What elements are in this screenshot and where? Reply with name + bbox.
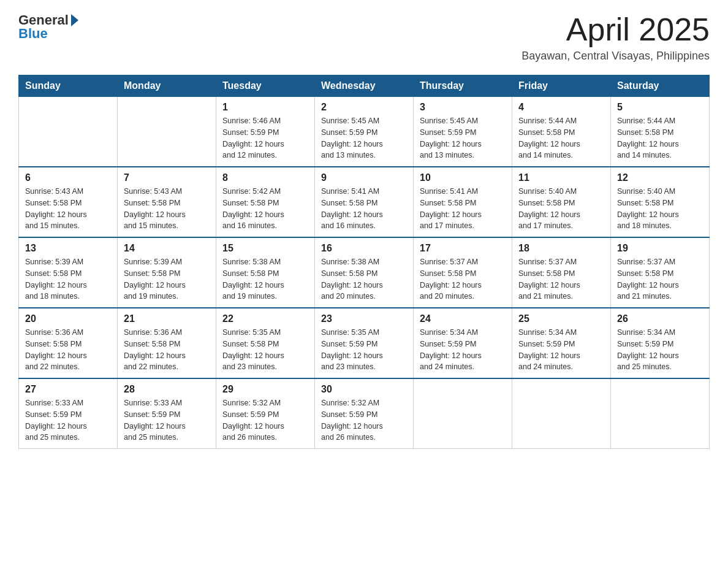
day-number: 30 (321, 384, 407, 395)
table-row: 8Sunrise: 5:42 AMSunset: 5:58 PMDaylight… (216, 167, 315, 237)
day-info: Sunrise: 5:35 AMSunset: 5:59 PMDaylight:… (321, 327, 407, 373)
table-row: 17Sunrise: 5:37 AMSunset: 5:58 PMDayligh… (414, 237, 512, 308)
table-row: 20Sunrise: 5:36 AMSunset: 5:58 PMDayligh… (19, 308, 118, 378)
day-info: Sunrise: 5:32 AMSunset: 5:59 PMDaylight:… (222, 397, 308, 443)
day-info: Sunrise: 5:33 AMSunset: 5:59 PMDaylight:… (124, 397, 210, 443)
day-number: 21 (124, 313, 210, 324)
table-row: 28Sunrise: 5:33 AMSunset: 5:59 PMDayligh… (118, 378, 216, 449)
month-title: April 2025 (521, 12, 710, 47)
day-number: 3 (420, 102, 506, 113)
day-number: 9 (321, 172, 407, 183)
day-info: Sunrise: 5:37 AMSunset: 5:58 PMDaylight:… (617, 256, 703, 302)
day-number: 15 (222, 243, 308, 254)
day-number: 29 (222, 384, 308, 395)
day-number: 20 (25, 313, 111, 324)
day-number: 28 (124, 384, 210, 395)
calendar-week-row: 1Sunrise: 5:46 AMSunset: 5:59 PMDaylight… (19, 97, 710, 167)
day-number: 22 (222, 313, 308, 324)
table-row: 6Sunrise: 5:43 AMSunset: 5:58 PMDaylight… (19, 167, 118, 237)
table-row: 10Sunrise: 5:41 AMSunset: 5:58 PMDayligh… (414, 167, 512, 237)
day-number: 13 (25, 243, 111, 254)
day-info: Sunrise: 5:34 AMSunset: 5:59 PMDaylight:… (518, 327, 604, 373)
day-number: 2 (321, 102, 407, 113)
table-row (414, 378, 512, 449)
table-row: 9Sunrise: 5:41 AMSunset: 5:58 PMDaylight… (315, 167, 414, 237)
calendar-week-row: 27Sunrise: 5:33 AMSunset: 5:59 PMDayligh… (19, 378, 710, 449)
calendar-week-row: 20Sunrise: 5:36 AMSunset: 5:58 PMDayligh… (19, 308, 710, 378)
day-info: Sunrise: 5:44 AMSunset: 5:58 PMDaylight:… (518, 115, 604, 161)
day-number: 6 (25, 172, 111, 183)
day-number: 8 (222, 172, 308, 183)
day-info: Sunrise: 5:41 AMSunset: 5:58 PMDaylight:… (420, 186, 506, 232)
day-info: Sunrise: 5:33 AMSunset: 5:59 PMDaylight:… (25, 397, 111, 443)
calendar-week-row: 13Sunrise: 5:39 AMSunset: 5:58 PMDayligh… (19, 237, 710, 308)
table-row: 4Sunrise: 5:44 AMSunset: 5:58 PMDaylight… (512, 97, 611, 167)
table-row: 26Sunrise: 5:34 AMSunset: 5:59 PMDayligh… (611, 308, 710, 378)
day-info: Sunrise: 5:35 AMSunset: 5:58 PMDaylight:… (222, 327, 308, 373)
day-number: 12 (617, 172, 703, 183)
day-number: 7 (124, 172, 210, 183)
day-info: Sunrise: 5:45 AMSunset: 5:59 PMDaylight:… (321, 115, 407, 161)
table-row (118, 97, 216, 167)
day-number: 10 (420, 172, 506, 183)
table-row: 5Sunrise: 5:44 AMSunset: 5:58 PMDaylight… (611, 97, 710, 167)
table-row: 11Sunrise: 5:40 AMSunset: 5:58 PMDayligh… (512, 167, 611, 237)
col-header-thursday: Thursday (414, 75, 512, 97)
location-text: Bayawan, Central Visayas, Philippines (521, 50, 710, 63)
day-info: Sunrise: 5:37 AMSunset: 5:58 PMDaylight:… (420, 256, 506, 302)
day-number: 23 (321, 313, 407, 324)
day-info: Sunrise: 5:45 AMSunset: 5:59 PMDaylight:… (420, 115, 506, 161)
day-number: 27 (25, 384, 111, 395)
day-number: 24 (420, 313, 506, 324)
col-header-monday: Monday (118, 75, 216, 97)
col-header-tuesday: Tuesday (216, 75, 315, 97)
day-info: Sunrise: 5:38 AMSunset: 5:58 PMDaylight:… (222, 256, 308, 302)
table-row: 23Sunrise: 5:35 AMSunset: 5:59 PMDayligh… (315, 308, 414, 378)
logo-blue-text: Blue (18, 26, 48, 42)
table-row: 2Sunrise: 5:45 AMSunset: 5:59 PMDaylight… (315, 97, 414, 167)
day-info: Sunrise: 5:37 AMSunset: 5:58 PMDaylight:… (518, 256, 604, 302)
day-number: 25 (518, 313, 604, 324)
table-row: 22Sunrise: 5:35 AMSunset: 5:58 PMDayligh… (216, 308, 315, 378)
table-row (512, 378, 611, 449)
day-info: Sunrise: 5:39 AMSunset: 5:58 PMDaylight:… (25, 256, 111, 302)
day-info: Sunrise: 5:38 AMSunset: 5:58 PMDaylight:… (321, 256, 407, 302)
calendar-header-row: SundayMondayTuesdayWednesdayThursdayFrid… (19, 75, 710, 97)
col-header-sunday: Sunday (19, 75, 118, 97)
day-info: Sunrise: 5:44 AMSunset: 5:58 PMDaylight:… (617, 115, 703, 161)
col-header-friday: Friday (512, 75, 611, 97)
table-row: 21Sunrise: 5:36 AMSunset: 5:58 PMDayligh… (118, 308, 216, 378)
day-info: Sunrise: 5:42 AMSunset: 5:58 PMDaylight:… (222, 186, 308, 232)
day-info: Sunrise: 5:40 AMSunset: 5:58 PMDaylight:… (617, 186, 703, 232)
table-row: 18Sunrise: 5:37 AMSunset: 5:58 PMDayligh… (512, 237, 611, 308)
table-row (19, 97, 118, 167)
day-info: Sunrise: 5:43 AMSunset: 5:58 PMDaylight:… (25, 186, 111, 232)
table-row: 13Sunrise: 5:39 AMSunset: 5:58 PMDayligh… (19, 237, 118, 308)
logo: General Blue (18, 12, 78, 42)
title-area: April 2025 Bayawan, Central Visayas, Phi… (521, 12, 710, 63)
day-number: 5 (617, 102, 703, 113)
page-header: General Blue April 2025 Bayawan, Central… (18, 12, 710, 63)
day-info: Sunrise: 5:32 AMSunset: 5:59 PMDaylight:… (321, 397, 407, 443)
col-header-saturday: Saturday (611, 75, 710, 97)
day-number: 14 (124, 243, 210, 254)
day-info: Sunrise: 5:41 AMSunset: 5:58 PMDaylight:… (321, 186, 407, 232)
day-number: 11 (518, 172, 604, 183)
day-info: Sunrise: 5:39 AMSunset: 5:58 PMDaylight:… (124, 256, 210, 302)
day-number: 1 (222, 102, 308, 113)
table-row: 16Sunrise: 5:38 AMSunset: 5:58 PMDayligh… (315, 237, 414, 308)
calendar-week-row: 6Sunrise: 5:43 AMSunset: 5:58 PMDaylight… (19, 167, 710, 237)
table-row (611, 378, 710, 449)
day-info: Sunrise: 5:43 AMSunset: 5:58 PMDaylight:… (124, 186, 210, 232)
table-row: 15Sunrise: 5:38 AMSunset: 5:58 PMDayligh… (216, 237, 315, 308)
table-row: 30Sunrise: 5:32 AMSunset: 5:59 PMDayligh… (315, 378, 414, 449)
day-number: 26 (617, 313, 703, 324)
table-row: 25Sunrise: 5:34 AMSunset: 5:59 PMDayligh… (512, 308, 611, 378)
table-row: 24Sunrise: 5:34 AMSunset: 5:59 PMDayligh… (414, 308, 512, 378)
day-info: Sunrise: 5:40 AMSunset: 5:58 PMDaylight:… (518, 186, 604, 232)
table-row: 1Sunrise: 5:46 AMSunset: 5:59 PMDaylight… (216, 97, 315, 167)
day-info: Sunrise: 5:46 AMSunset: 5:59 PMDaylight:… (222, 115, 308, 161)
day-info: Sunrise: 5:34 AMSunset: 5:59 PMDaylight:… (617, 327, 703, 373)
table-row: 29Sunrise: 5:32 AMSunset: 5:59 PMDayligh… (216, 378, 315, 449)
calendar-table: SundayMondayTuesdayWednesdayThursdayFrid… (18, 75, 710, 449)
